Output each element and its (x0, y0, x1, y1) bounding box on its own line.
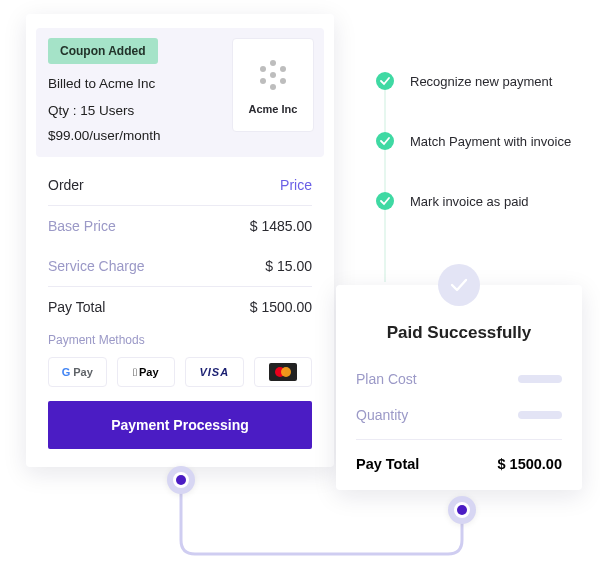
order-line: Base Price $ 1485.00 (48, 206, 312, 246)
connector-node-icon (448, 496, 476, 524)
order-line: Service Charge $ 15.00 (48, 246, 312, 286)
svg-point-2 (270, 84, 276, 90)
svg-point-6 (280, 78, 286, 84)
check-icon (376, 132, 394, 150)
line-label: Base Price (48, 218, 116, 234)
success-row-label: Plan Cost (356, 371, 417, 387)
success-total: Pay Total $ 1500.00 (336, 446, 582, 472)
svg-point-9 (281, 367, 291, 377)
timeline-label: Mark invoice as paid (410, 194, 529, 209)
svg-point-0 (270, 60, 276, 66)
success-row-label: Quantity (356, 407, 408, 423)
timeline: Recognize new payment Match Payment with… (376, 72, 586, 252)
timeline-item: Recognize new payment (376, 72, 586, 90)
svg-point-1 (270, 72, 276, 78)
timeline-line (384, 82, 386, 282)
total-amount: $ 1500.00 (250, 299, 312, 315)
success-row: Plan Cost (336, 361, 582, 397)
payment-method-gpay[interactable]: G Pay (48, 357, 107, 387)
payment-methods-label: Payment Methods (26, 327, 334, 357)
payment-method-applepay[interactable]: Pay (117, 357, 176, 387)
line-amount: $ 15.00 (265, 258, 312, 274)
timeline-label: Match Payment with invoice (410, 134, 571, 149)
company-name: Acme Inc (249, 103, 298, 115)
payment-methods: G Pay Pay VISA (26, 357, 334, 401)
success-card: Paid Successfully Plan Cost Quantity Pay… (336, 285, 582, 490)
success-check-icon (438, 264, 480, 306)
divider (356, 439, 562, 440)
company-tile: Acme Inc (232, 38, 314, 132)
payment-method-visa[interactable]: VISA (185, 357, 244, 387)
placeholder-bar (518, 411, 562, 419)
mastercard-icon (269, 363, 297, 381)
timeline-item: Mark invoice as paid (376, 192, 586, 210)
svg-point-4 (260, 78, 266, 84)
placeholder-bar (518, 375, 562, 383)
order-header: Order Price (48, 165, 312, 206)
company-logo-icon (253, 55, 293, 95)
line-label: Service Charge (48, 258, 145, 274)
success-title: Paid Successfully (336, 323, 582, 343)
success-total-amount: $ 1500.00 (497, 456, 562, 472)
payment-processing-button[interactable]: Payment Processing (48, 401, 312, 449)
payment-method-mastercard[interactable] (254, 357, 313, 387)
order-total: Pay Total $ 1500.00 (48, 286, 312, 327)
connector-node-icon (167, 466, 195, 494)
order-table: Order Price Base Price $ 1485.00 Service… (26, 157, 334, 327)
coupon-badge: Coupon Added (48, 38, 158, 64)
order-header-right: Price (280, 177, 312, 193)
line-amount: $ 1485.00 (250, 218, 312, 234)
checkout-header: Coupon Added Billed to Acme Inc Qty : 15… (36, 28, 324, 157)
success-row: Quantity (336, 397, 582, 433)
svg-point-5 (280, 66, 286, 72)
timeline-item: Match Payment with invoice (376, 132, 586, 150)
check-icon (376, 192, 394, 210)
check-icon (376, 72, 394, 90)
order-header-left: Order (48, 177, 84, 193)
success-total-label: Pay Total (356, 456, 419, 472)
timeline-label: Recognize new payment (410, 74, 552, 89)
total-label: Pay Total (48, 299, 105, 315)
checkout-card: Coupon Added Billed to Acme Inc Qty : 15… (26, 14, 334, 467)
svg-point-3 (260, 66, 266, 72)
